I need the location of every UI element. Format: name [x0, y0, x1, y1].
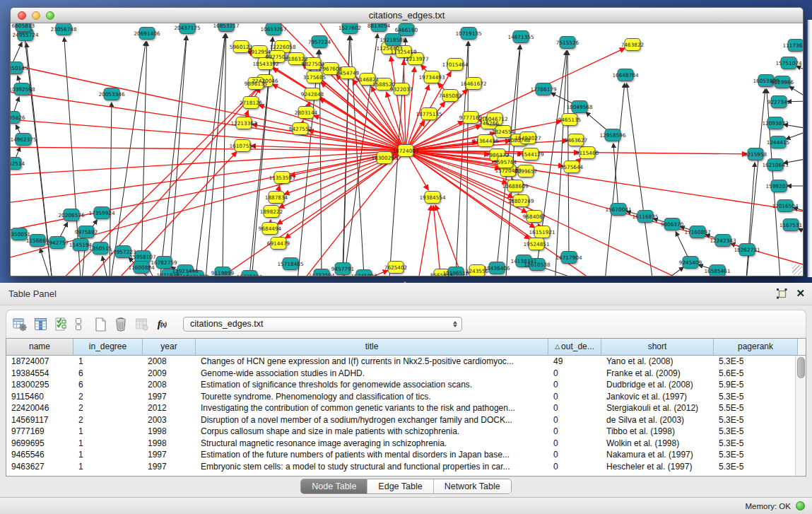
table-cell[interactable]: 5.6E-5 [714, 368, 798, 380]
table-scrollbar[interactable] [795, 356, 806, 476]
table-row[interactable]: 1456911722003Disruption of a novel membe… [6, 414, 806, 426]
table-cell[interactable]: 2 [73, 391, 143, 403]
table-cell[interactable]: Yano et al. (2008) [601, 356, 714, 368]
table-cell[interactable]: 5.3E-5 [714, 356, 798, 368]
table-cell[interactable]: 5.5E-5 [714, 402, 798, 414]
minimize-window-button[interactable] [32, 11, 40, 20]
table-cell[interactable]: 9777169 [6, 426, 73, 438]
table-cell[interactable]: 1 [73, 461, 143, 473]
table-cell[interactable]: 1997 [143, 391, 196, 403]
table-cell[interactable]: 0 [548, 426, 601, 438]
table-cell[interactable]: Stergiakouli et al. (2012) [601, 402, 714, 414]
table-row[interactable]: 969969511998Structural magnetic resonanc… [6, 438, 806, 450]
table-row[interactable]: 946362711997Embryonic stem cells: a mode… [6, 461, 806, 473]
table-cell[interactable]: 0 [548, 391, 601, 403]
table-row[interactable]: 977716911998Corpus callosum shape and si… [6, 426, 806, 438]
table-cell[interactable]: Investigating the contribution of common… [196, 402, 548, 414]
table-row[interactable]: 1872400712008Changes of HCN gene express… [6, 356, 806, 368]
table-cell[interactable]: 0 [548, 402, 601, 414]
table-row[interactable]: 1830029562008Estimation of significance … [6, 379, 806, 391]
network-window-titlebar[interactable]: citations_edges.txt [11, 8, 803, 23]
tab-node-table[interactable]: Node Table [301, 479, 367, 493]
table-cell[interactable]: Dudbridge et al. (2008) [601, 379, 714, 391]
table-cell[interactable]: 22420046 [6, 402, 73, 414]
table-cell[interactable]: 5.3E-5 [714, 426, 798, 438]
column-header-name[interactable]: name [6, 339, 73, 356]
table-cell[interactable]: Genome-wide association studies in ADHD. [196, 368, 548, 380]
table-cell[interactable]: Tourette syndrome. Phenomenology and cla… [196, 391, 548, 403]
float-panel-icon[interactable] [776, 288, 787, 299]
table-cell[interactable]: 1998 [143, 426, 196, 438]
tab-network-table[interactable]: Network Table [433, 479, 511, 493]
table-cell[interactable]: Disruption of a novel member of a sodium… [196, 414, 548, 426]
table-row[interactable]: 2242004622012Investigating the contribut… [6, 402, 806, 414]
table-cell[interactable]: 14569117 [6, 414, 73, 426]
table-cell[interactable]: Nakamura et al. (1997) [601, 449, 714, 461]
table-cell[interactable]: 5.3E-5 [714, 391, 798, 403]
table-cell[interactable]: Jankovic et al. (1997) [601, 391, 714, 403]
table-cell[interactable]: 2 [73, 402, 143, 414]
table-cell[interactable]: 0 [548, 379, 601, 391]
table-cell[interactable]: 5.3E-5 [714, 414, 798, 426]
new-table-button[interactable] [93, 317, 108, 332]
table-cell[interactable]: Tibbo et al. (1998) [601, 426, 714, 438]
table-cell[interactable]: 2 [73, 414, 143, 426]
network-graph[interactable]: 1872400718300295596012389129541222605898… [11, 23, 803, 276]
table-row[interactable]: 911546021997Tourette syndrome. Phenomeno… [6, 391, 806, 403]
table-cell[interactable]: 5.3E-5 [714, 461, 798, 473]
table-cell[interactable]: Changes of HCN gene expression and I(f) … [196, 356, 548, 368]
table-cell[interactable]: 9465546 [6, 449, 73, 461]
table-cell[interactable]: 0 [548, 449, 601, 461]
table-cell[interactable]: 1997 [143, 449, 196, 461]
table-cell[interactable]: 0 [548, 438, 601, 450]
table-cell[interactable]: 18300295 [6, 379, 73, 391]
table-cell[interactable]: Structural magnetic resonance image aver… [196, 438, 548, 450]
show-columns-button[interactable] [33, 317, 48, 332]
table-cell[interactable]: 1997 [143, 461, 196, 473]
table-cell[interactable]: Corpus callosum shape and size in male p… [196, 426, 548, 438]
table-cell[interactable]: Estimation of the future numbers of pati… [196, 449, 548, 461]
close-panel-icon[interactable]: ✕ [796, 288, 805, 299]
table-cell[interactable]: Franke et al. (2009) [601, 368, 714, 380]
table-cell[interactable]: 1 [73, 356, 143, 368]
table-settings-button[interactable] [12, 317, 28, 332]
tab-edge-table[interactable]: Edge Table [367, 479, 433, 493]
table-cell[interactable]: 5.9E-5 [714, 379, 798, 391]
table-cell[interactable]: 2009 [143, 368, 196, 380]
table-cell[interactable]: Wolkin et al. (1998) [601, 438, 714, 450]
table-cell[interactable]: 0 [548, 368, 601, 380]
table-cell[interactable]: 1 [73, 426, 143, 438]
table-cell[interactable]: 1998 [143, 438, 196, 450]
network-canvas[interactable]: 1872400718300295596012389129541222605898… [11, 23, 803, 276]
table-row[interactable]: 1938455462009Genome-wide association stu… [6, 368, 806, 380]
table-cell[interactable]: 5.3E-5 [714, 449, 798, 461]
column-header-year[interactable]: year [143, 339, 196, 356]
table-cell[interactable]: 18724007 [6, 356, 73, 368]
column-header-pagerank[interactable]: pagerank [714, 339, 798, 356]
table-cell[interactable]: 1 [73, 449, 143, 461]
table-cell[interactable]: Hescheler et al. (1997) [601, 461, 714, 473]
table-cell[interactable]: 0 [548, 461, 601, 473]
row-selection-button[interactable] [53, 317, 69, 332]
table-cell[interactable]: 9115460 [6, 391, 73, 403]
close-window-button[interactable] [18, 11, 26, 20]
table-cell[interactable]: 6 [73, 379, 143, 391]
table-cell[interactable]: de Silva et al. (2003) [601, 414, 714, 426]
table-cell[interactable]: 1 [73, 438, 143, 450]
table-cell[interactable]: 9699695 [6, 438, 73, 450]
table-cell[interactable]: 2008 [143, 379, 196, 391]
table-row[interactable]: 946554611997Estimation of the future num… [6, 449, 806, 461]
table-cell[interactable]: 2008 [143, 356, 196, 368]
column-header-title[interactable]: title [196, 339, 548, 356]
table-cell[interactable]: 6 [73, 368, 143, 380]
window-resize-grip[interactable] [792, 265, 802, 275]
table-cell[interactable]: 5.3E-5 [714, 438, 798, 450]
zoom-window-button[interactable] [46, 11, 54, 20]
network-table-selector[interactable]: citations_edges.txt [183, 317, 462, 332]
column-header-short[interactable]: short [601, 339, 714, 356]
table-cell[interactable]: 19384554 [6, 368, 73, 380]
column-header-in_degree[interactable]: in_degree [73, 339, 143, 356]
cells-button[interactable] [73, 317, 83, 332]
table-cell[interactable]: 0 [548, 414, 601, 426]
table-cell[interactable]: Estimation of significance thresholds fo… [196, 379, 548, 391]
